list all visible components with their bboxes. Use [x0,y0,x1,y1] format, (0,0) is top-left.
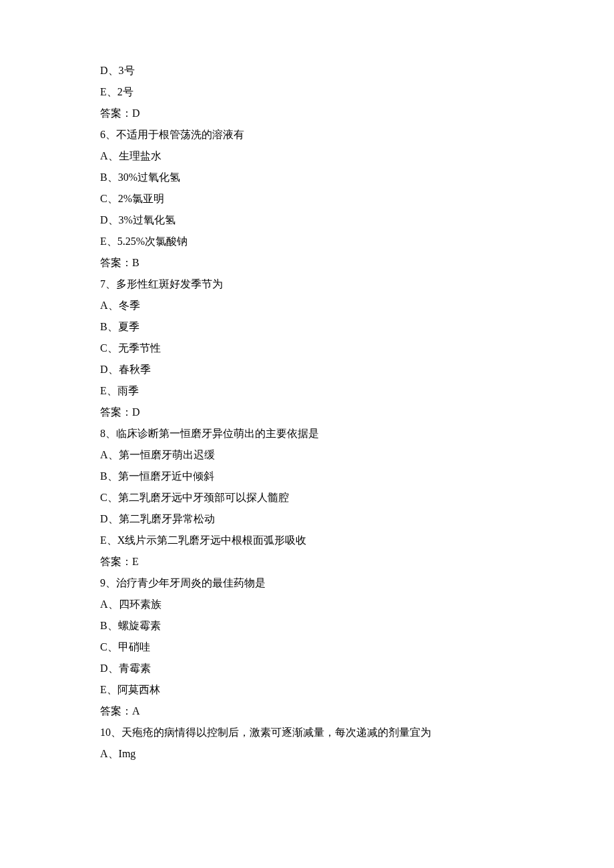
answer-line: 答案：B [100,252,514,274]
text-line: D、3%过氧化氢 [100,209,514,231]
question-line: 10、天疱疮的病情得以控制后，激素可逐渐减量，每次递减的剂量宜为 [100,722,514,743]
text-line: C、第二乳磨牙远中牙颈部可以探人髓腔 [100,487,514,508]
text-line: B、夏季 [100,316,514,338]
text-line: C、无季节性 [100,338,514,359]
text-line: A、Img [100,743,514,765]
question-line: 9、治疗青少年牙周炎的最佳药物是 [100,572,514,594]
answer-line: 答案：A [100,701,514,722]
answer-line: 答案：D [100,103,514,124]
text-line: B、螺旋霉素 [100,615,514,636]
text-line: E、2号 [100,81,514,103]
text-line: D、3号 [100,60,514,81]
answer-line: 答案：D [100,402,514,423]
answer-line: 答案：E [100,551,514,572]
text-line: B、30%过氧化氢 [100,167,514,188]
text-line: D、第二乳磨牙异常松动 [100,508,514,530]
question-line: 8、临床诊断第一恒磨牙异位萌出的主要依据是 [100,423,514,444]
question-line: 6、不适用于根管荡洗的溶液有 [100,124,514,145]
text-line: E、阿莫西林 [100,679,514,701]
text-line: B、第一恒磨牙近中倾斜 [100,466,514,487]
text-line: D、春秋季 [100,359,514,380]
text-line: C、2%氯亚明 [100,188,514,209]
document-page: D、3号 E、2号 答案：D 6、不适用于根管荡洗的溶液有 A、生理盐水 B、3… [0,0,614,868]
text-line: A、第一恒磨牙萌出迟缓 [100,444,514,466]
text-line: A、生理盐水 [100,145,514,167]
text-line: E、5.25%次氯酸钠 [100,231,514,252]
question-line: 7、多形性红斑好发季节为 [100,274,514,295]
text-line: A、四环素族 [100,594,514,615]
text-line: D、青霉素 [100,658,514,679]
text-line: E、X线片示第二乳磨牙远中根根面弧形吸收 [100,530,514,551]
text-line: A、冬季 [100,295,514,316]
text-line: E、雨季 [100,380,514,402]
text-line: C、甲硝哇 [100,636,514,658]
